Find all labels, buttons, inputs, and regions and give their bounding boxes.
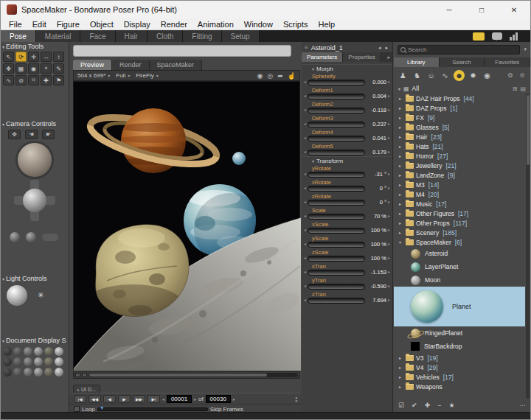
dial-right-arrow[interactable]: ▸ <box>388 269 390 276</box>
loop-checkbox[interactable] <box>74 406 80 412</box>
taper-tool-icon[interactable]: ▦ <box>15 63 27 74</box>
menu-animation[interactable]: Animation <box>192 20 239 29</box>
frame-increment[interactable]: ▸ <box>194 396 196 402</box>
panel-expand-icon[interactable]: ▸ <box>387 52 392 62</box>
camera-head-preview[interactable] <box>18 143 52 177</box>
library-item-starbackdrop[interactable]: StarBackdrop <box>394 340 525 353</box>
dial-left-arrow[interactable]: ◂ <box>304 241 306 248</box>
maximize-button[interactable]: □ <box>465 1 498 18</box>
param-value[interactable]: 100 % <box>367 227 386 234</box>
tab-parameters[interactable]: Parameters <box>302 52 343 62</box>
param-value[interactable]: 100 % <box>367 241 386 248</box>
timeline-spinner[interactable]: ▴▾ <box>295 396 297 403</box>
dial-right-arrow[interactable]: ▸ <box>388 241 390 248</box>
stats-icon[interactable] <box>510 32 520 41</box>
dial-right-arrow[interactable]: ▸ <box>388 213 390 220</box>
param-dial[interactable] <box>308 94 365 99</box>
display-style-ball[interactable] <box>55 347 63 356</box>
display-style-ball[interactable] <box>13 368 22 377</box>
translate-tool-icon[interactable]: ✛ <box>28 52 39 62</box>
camera-trackball[interactable] <box>21 186 49 214</box>
param-dial[interactable] <box>308 242 365 248</box>
library-folder[interactable]: ▸DAZ Hair Props[44] <box>394 94 525 103</box>
display-style-ball[interactable] <box>24 368 32 377</box>
section-light-controls[interactable]: ▾Light Controls <box>2 275 69 282</box>
menu-help[interactable]: Help <box>313 20 341 29</box>
key-camera-icon[interactable]: ✥ <box>8 130 21 139</box>
room-tab-pose[interactable]: Pose <box>1 30 36 42</box>
display-style-ball[interactable] <box>13 347 22 356</box>
chain-break-tool-icon[interactable]: ◉ <box>28 63 39 74</box>
left-hand-camera-icon[interactable]: ☚ <box>25 130 38 139</box>
library-folder[interactable]: ▸FX[9] <box>394 113 525 122</box>
room-tab-hair[interactable]: Hair <box>116 30 148 42</box>
display-style-ball[interactable] <box>34 347 43 356</box>
dial-right-arrow[interactable]: ▸ <box>388 283 390 290</box>
library-item-ringedplanet[interactable]: RingedPlanet <box>394 326 525 340</box>
library-folder[interactable]: ▸M3[14] <box>394 180 525 189</box>
param-value[interactable]: 0.000 <box>367 79 386 85</box>
menu-figure[interactable]: Figure <box>52 20 85 29</box>
param-dial[interactable] <box>308 186 365 192</box>
dial-left-arrow[interactable]: ◂ <box>304 79 306 85</box>
param-value[interactable]: 0.179 <box>367 149 386 155</box>
display-style-ball[interactable] <box>55 368 63 377</box>
more-options-icon[interactable]: ⋯ <box>519 402 526 409</box>
param-dial[interactable] <box>308 108 365 113</box>
library-folder-spacemaker[interactable]: ▾SpaceMaker[6] <box>394 237 525 247</box>
param-dial[interactable] <box>308 136 365 141</box>
menu-display[interactable]: Display <box>119 20 156 29</box>
library-folder[interactable]: ▸V3[19] <box>394 353 525 363</box>
display-style-ball[interactable] <box>3 368 12 377</box>
room-tab-material[interactable]: Material <box>36 30 81 42</box>
tab-favorites[interactable]: Favorites <box>485 57 530 67</box>
tab-spacemaker[interactable]: SpaceMaker <box>150 60 203 70</box>
flag-tool-icon[interactable]: ⚑ <box>53 75 64 85</box>
library-item-layerplanet[interactable]: LayerPlanet <box>394 260 525 273</box>
collapsed-panel[interactable] <box>73 45 291 57</box>
library-folder[interactable]: ▸Weapons <box>394 382 525 391</box>
library-item-moon[interactable]: Moon <box>394 273 525 287</box>
param-value[interactable]: -31 ° <box>367 171 386 178</box>
param-value[interactable]: 7.694 <box>367 297 386 304</box>
display-style-ball[interactable] <box>34 368 43 377</box>
param-value[interactable]: 0.237 <box>367 121 386 127</box>
dial-left-arrow[interactable]: ◂ <box>304 227 306 234</box>
dial-left-arrow[interactable]: ◂ <box>304 255 306 262</box>
dial-left-arrow[interactable]: ◂ <box>304 269 306 276</box>
resolution-dropdown[interactable]: 504 x 699*▾ <box>77 72 110 79</box>
group-header-transform[interactable]: ▾Transform <box>302 156 392 164</box>
total-increment[interactable]: ▸ <box>233 396 235 402</box>
display-style-ball[interactable] <box>55 357 63 366</box>
dial-left-arrow[interactable]: ◂ <box>304 213 306 220</box>
tab-search[interactable]: Search <box>440 57 485 67</box>
library-search[interactable] <box>398 45 520 55</box>
favorite-star-icon[interactable]: ★ <box>448 402 454 409</box>
display-style-ball[interactable] <box>44 357 53 366</box>
menu-window[interactable]: Window <box>239 20 278 29</box>
checkbox-select-icon[interactable]: ☑ <box>398 402 404 409</box>
library-folder[interactable]: ▸V4[29] <box>394 363 525 372</box>
param-dial[interactable] <box>308 214 365 220</box>
menu-edit[interactable]: Edit <box>27 20 52 29</box>
viewport-mini-button[interactable] <box>82 373 87 377</box>
dial-left-arrow[interactable]: ◂ <box>304 107 306 113</box>
morph-tool-icon[interactable]: ⊘ <box>15 75 27 85</box>
viewport-3d[interactable] <box>73 81 300 370</box>
view-list-icon[interactable]: ▤ <box>520 85 526 92</box>
timeline-scrubber[interactable]: ▼ <box>97 407 208 411</box>
rotate-tool-icon[interactable]: ↖ <box>3 52 14 62</box>
dial-left-arrow[interactable]: ◂ <box>304 199 306 206</box>
current-frame-field[interactable]: 00001 <box>167 395 192 403</box>
param-value[interactable]: 70 % <box>367 213 386 220</box>
dial-left-arrow[interactable]: ◂ <box>304 149 306 155</box>
dial-right-arrow[interactable]: ▸ <box>388 199 390 206</box>
library-search-input[interactable] <box>408 46 517 53</box>
scrubber-thumb[interactable]: ▼ <box>100 405 105 410</box>
display-style-ball[interactable] <box>3 357 12 366</box>
library-folder[interactable]: ▸Scenery[185] <box>394 228 525 237</box>
display-style-ball[interactable] <box>24 347 32 356</box>
dial-right-arrow[interactable]: ▸ <box>388 255 390 262</box>
param-dial[interactable] <box>308 270 365 276</box>
library-item-asteroid[interactable]: Asteroid <box>394 247 525 260</box>
